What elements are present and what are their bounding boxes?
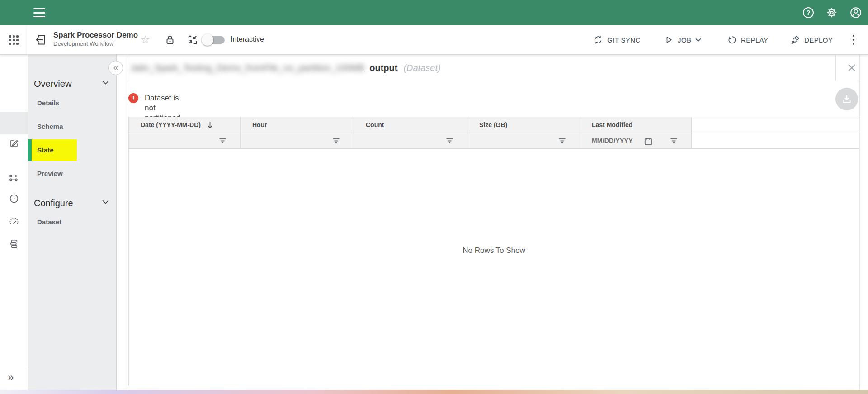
dataset-name-redacted: Jatin_Spark_Testing_Demo_fromFile_no_par… xyxy=(130,63,364,73)
column-header-last-modified[interactable]: Last Modified xyxy=(580,117,692,133)
deploy-button[interactable]: DEPLOY xyxy=(790,25,833,54)
column-header-label: Size (GB) xyxy=(479,121,507,128)
nav-item-dataset[interactable]: Dataset xyxy=(37,218,61,227)
column-header-hour[interactable]: Hour xyxy=(241,117,354,133)
rocket-icon xyxy=(790,35,800,45)
left-icon-rail: » xyxy=(0,55,28,390)
app-header-actions: ? xyxy=(803,0,868,25)
interactive-toggle[interactable] xyxy=(202,33,225,46)
title-row-divider xyxy=(835,55,836,81)
error-icon: ! xyxy=(128,93,138,103)
nav-section-overview[interactable]: Overview xyxy=(34,78,71,90)
chevron-down-icon[interactable] xyxy=(102,200,109,204)
active-item-accent-bar xyxy=(28,139,32,161)
collapse-view-icon[interactable] xyxy=(187,34,198,46)
error-mark: ! xyxy=(132,95,135,102)
close-icon xyxy=(848,64,856,72)
workflow-title-block: Spark Processor Demo Development Workflo… xyxy=(53,30,138,47)
replay-label: REPLAY xyxy=(741,36,768,44)
workflow-pipeline-icon[interactable] xyxy=(9,173,19,184)
edit-compose-icon[interactable] xyxy=(9,138,19,149)
toggle-knob xyxy=(202,34,213,46)
filter-icon[interactable] xyxy=(558,137,566,145)
filter-cell-hour[interactable] xyxy=(241,133,354,149)
state-table: Date (YYYY-MM-DD) Hour Count Size (GB) xyxy=(128,117,859,386)
column-header-empty xyxy=(692,117,859,133)
gauge-monitor-icon[interactable] xyxy=(9,217,19,228)
filter-icon[interactable] xyxy=(218,137,227,145)
column-header-label: Last Modified xyxy=(592,121,632,128)
app-header: ? xyxy=(0,0,868,25)
help-glyph: ? xyxy=(807,9,811,16)
filter-icon[interactable] xyxy=(332,137,340,145)
dataset-type-label: (Dataset) xyxy=(403,63,440,73)
filter-cell-count[interactable] xyxy=(354,133,467,149)
app-grid-cell xyxy=(0,25,28,54)
rail-divider xyxy=(0,109,28,109)
table-body: No Rows To Show xyxy=(129,149,859,386)
panel-title-row: Jatin_Spark_Testing_Demo_fromFile_no_par… xyxy=(127,55,860,81)
chevron-down-icon[interactable] xyxy=(102,81,109,85)
filter-icon[interactable] xyxy=(445,137,454,145)
nav-item-schema[interactable]: Schema xyxy=(37,122,63,131)
interactive-label: Interactive xyxy=(231,35,264,43)
app-window: ? xyxy=(0,0,868,394)
datasets-layers-icon[interactable] xyxy=(9,238,19,249)
expand-rail-icon[interactable]: » xyxy=(8,371,14,384)
history-clock-icon[interactable] xyxy=(9,193,19,204)
column-header-count[interactable]: Count xyxy=(354,117,467,133)
favorite-star-icon[interactable]: ☆ xyxy=(140,33,150,46)
download-button[interactable] xyxy=(835,88,858,110)
job-button[interactable]: JOB xyxy=(664,25,701,54)
rail-divider xyxy=(0,366,28,366)
more-options-kebab-icon[interactable] xyxy=(850,34,857,46)
workflow-title: Spark Processor Demo xyxy=(53,30,138,40)
help-icon[interactable]: ? xyxy=(803,7,814,18)
workflow-toolbar: Spark Processor Demo Development Workflo… xyxy=(0,25,868,55)
nav-section-configure[interactable]: Configure xyxy=(34,197,73,209)
nav-item-preview[interactable]: Preview xyxy=(37,169,63,178)
nav-item-state[interactable]: State xyxy=(37,146,54,155)
column-header-label: Hour xyxy=(252,121,267,128)
column-header-date[interactable]: Date (YYYY-MM-DD) xyxy=(129,117,241,133)
account-icon[interactable] xyxy=(850,7,862,19)
filter-cell-empty xyxy=(692,133,859,149)
filter-cell-size[interactable] xyxy=(467,133,580,149)
main-area: » Overview Details Schema State Preview … xyxy=(0,55,868,390)
column-header-label: Count xyxy=(366,121,384,128)
table-filter-row: MM/DD/YYYY xyxy=(129,133,859,149)
detail-nav-panel: Overview Details Schema State Preview Co… xyxy=(28,55,117,390)
close-panel-button[interactable] xyxy=(844,61,859,75)
bottom-accent-bar xyxy=(0,390,868,394)
git-sync-button[interactable]: GIT SYNC xyxy=(593,25,641,54)
filter-cell-date[interactable] xyxy=(129,133,241,149)
git-sync-label: GIT SYNC xyxy=(607,36,641,44)
exit-workflow-icon[interactable] xyxy=(33,32,48,47)
dataset-detail-panel: Jatin_Spark_Testing_Demo_fromFile_no_par… xyxy=(127,55,860,390)
job-label: JOB xyxy=(678,36,691,44)
calendar-icon[interactable] xyxy=(644,137,653,146)
replay-button[interactable]: REPLAY xyxy=(727,25,768,54)
column-header-size[interactable]: Size (GB) xyxy=(467,117,580,133)
workflow-subtitle: Development Workflow xyxy=(53,40,138,47)
replay-icon xyxy=(727,35,737,45)
app-launcher-icon[interactable] xyxy=(9,35,19,45)
nav-item-details[interactable]: Details xyxy=(37,99,59,108)
sort-descending-icon xyxy=(207,121,213,129)
date-filter-input[interactable]: MM/DD/YYYY xyxy=(592,137,633,144)
table-header-row: Date (YYYY-MM-DD) Hour Count Size (GB) xyxy=(129,117,859,133)
play-icon xyxy=(664,35,674,45)
download-icon xyxy=(841,94,852,104)
hamburger-menu-icon[interactable] xyxy=(33,8,45,17)
filter-cell-last-modified[interactable]: MM/DD/YYYY xyxy=(580,133,692,149)
empty-table-message: No Rows To Show xyxy=(129,246,859,255)
filter-icon[interactable] xyxy=(670,137,678,145)
collapse-panel-button[interactable]: « xyxy=(108,61,123,75)
rail-active-item-background xyxy=(0,112,28,134)
sync-icon xyxy=(593,35,603,45)
lock-icon[interactable] xyxy=(164,34,176,46)
column-header-label: Date (YYYY-MM-DD) xyxy=(141,121,201,128)
dataset-name-suffix: _output xyxy=(364,63,397,73)
settings-gear-icon[interactable] xyxy=(826,7,838,19)
deploy-label: DEPLOY xyxy=(804,36,833,44)
